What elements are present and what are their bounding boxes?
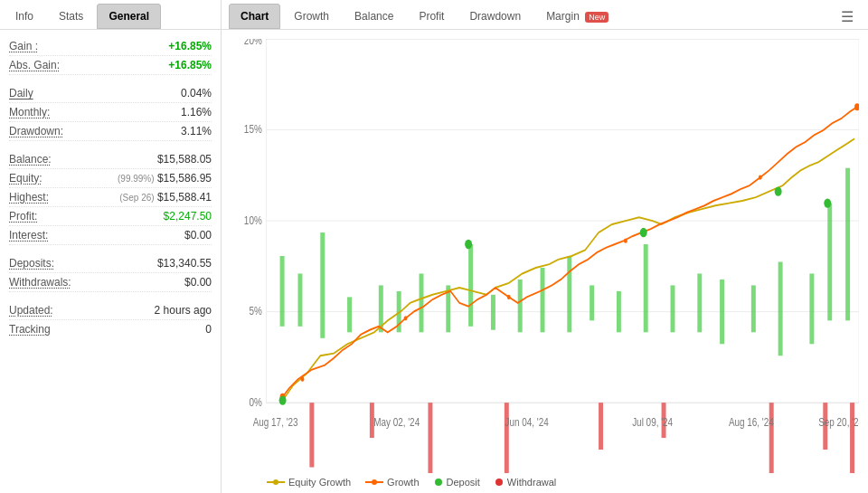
tab-drawdown[interactable]: Drawdown — [458, 4, 533, 29]
tab-general[interactable]: General — [97, 4, 161, 29]
svg-rect-12 — [297, 273, 302, 326]
tab-info[interactable]: Info — [4, 4, 45, 29]
svg-point-51 — [279, 395, 287, 404]
svg-text:May 02, '24: May 02, '24 — [373, 416, 420, 428]
svg-point-49 — [759, 175, 762, 179]
svg-rect-26 — [644, 244, 648, 332]
new-badge: New — [585, 12, 609, 23]
equity-label: Equity: — [9, 172, 42, 185]
highest-label: Highest: — [9, 191, 49, 204]
balance-value: $15,588.05 — [157, 153, 212, 166]
tracking-row: Tracking 0 — [9, 320, 212, 338]
monthly-label: Monthly: — [9, 106, 50, 119]
svg-rect-28 — [697, 273, 702, 332]
balance-row: Balance: $15,588.05 — [9, 150, 212, 169]
svg-rect-23 — [567, 256, 571, 332]
highest-value: (Sep 26) $15,588.41 — [119, 191, 212, 204]
svg-rect-11 — [280, 256, 285, 327]
svg-point-46 — [404, 316, 408, 320]
svg-text:20%: 20% — [244, 39, 262, 47]
highest-note: (Sep 26) — [119, 193, 154, 203]
legend-withdrawal: Withdrawal — [495, 477, 556, 488]
svg-text:Jun 04, '24: Jun 04, '24 — [505, 416, 550, 428]
abs-gain-value: +16.85% — [168, 59, 212, 71]
svg-rect-29 — [720, 280, 724, 344]
tab-margin[interactable]: Margin New — [534, 4, 620, 29]
deposits-value: $13,340.55 — [157, 257, 212, 270]
gain-label: Gain : — [9, 40, 38, 52]
deposits-label: Deposits: — [9, 257, 54, 270]
gain-value: +16.85% — [168, 40, 212, 52]
legend-deposit: Deposit — [434, 477, 480, 488]
interest-label: Interest: — [9, 229, 48, 242]
svg-rect-34 — [845, 168, 850, 321]
svg-rect-33 — [827, 204, 832, 321]
profit-row: Profit: $2,247.50 — [9, 207, 212, 226]
daily-row: Daily 0.04% — [9, 84, 212, 103]
updated-label: Updated: — [9, 304, 53, 317]
svg-point-47 — [507, 295, 511, 299]
tab-profit[interactable]: Profit — [407, 4, 456, 29]
growth-line-icon — [365, 478, 383, 487]
svg-rect-35 — [309, 403, 314, 467]
interest-value: $0.00 — [184, 229, 212, 242]
svg-rect-43 — [850, 403, 854, 473]
growth-label: Growth — [387, 477, 419, 488]
svg-rect-38 — [505, 403, 509, 473]
svg-rect-14 — [347, 297, 352, 332]
svg-rect-41 — [769, 403, 774, 473]
svg-text:15%: 15% — [244, 123, 262, 135]
svg-point-52 — [465, 240, 472, 249]
svg-text:Sep 20, '24: Sep 20, '24 — [818, 416, 859, 428]
svg-point-63 — [273, 479, 278, 485]
withdrawals-label: Withdrawals: — [9, 276, 71, 289]
svg-rect-31 — [778, 261, 783, 356]
withdrawals-value: $0.00 — [184, 276, 212, 289]
svg-rect-32 — [809, 273, 814, 344]
svg-text:Jul 09, '24: Jul 09, '24 — [632, 416, 673, 428]
right-tab-bar: Chart Growth Balance Profit Drawdown Mar… — [222, 0, 868, 30]
deposit-label: Deposit — [447, 477, 480, 488]
equity-note: (99.99%) — [118, 174, 155, 184]
svg-rect-22 — [541, 268, 545, 332]
left-panel: Info Stats General Gain : +16.85% Abs. G… — [0, 0, 222, 493]
svg-point-67 — [495, 479, 503, 486]
equity-growth-label: Equity Growth — [288, 477, 351, 488]
drawdown-value: 3.11% — [181, 125, 212, 137]
tab-balance[interactable]: Balance — [343, 4, 405, 29]
left-tab-bar: Info Stats General — [0, 0, 221, 30]
equity-growth-line-icon — [267, 478, 285, 487]
withdrawals-row: Withdrawals: $0.00 — [9, 273, 212, 292]
svg-point-53 — [640, 228, 647, 237]
updated-row: Updated: 2 hours ago — [9, 301, 212, 320]
tab-stats[interactable]: Stats — [47, 4, 95, 29]
chart-area: 20% 15% 10% 5% 0% — [222, 30, 868, 473]
interest-row: Interest: $0.00 — [9, 226, 212, 245]
gain-row: Gain : +16.85% — [9, 37, 212, 56]
svg-point-65 — [372, 479, 377, 485]
svg-rect-39 — [599, 403, 603, 450]
withdrawal-label: Withdrawal — [507, 477, 556, 488]
settings-icon[interactable]: ☰ — [834, 5, 861, 29]
chart-legend: Equity Growth Growth Deposit Withdrawal — [222, 473, 868, 493]
equity-value: (99.99%) $15,586.95 — [118, 172, 212, 185]
svg-rect-21 — [518, 280, 523, 332]
profit-value: $2,247.50 — [164, 210, 212, 223]
daily-value: 0.04% — [181, 87, 212, 100]
svg-point-66 — [435, 479, 442, 486]
growth-chart: 20% 15% 10% 5% 0% — [231, 39, 859, 473]
tab-growth[interactable]: Growth — [282, 4, 341, 29]
drawdown-row: Drawdown: 3.11% — [9, 122, 212, 141]
svg-rect-19 — [468, 244, 473, 327]
left-content: Gain : +16.85% Abs. Gain: +16.85% Daily … — [0, 30, 221, 493]
svg-rect-20 — [491, 295, 495, 330]
svg-rect-17 — [420, 273, 424, 332]
tab-chart[interactable]: Chart — [229, 4, 280, 29]
tracking-value: 0 — [205, 323, 212, 336]
svg-rect-13 — [320, 232, 325, 338]
legend-growth: Growth — [365, 477, 419, 488]
monthly-row: Monthly: 1.16% — [9, 103, 212, 122]
tracking-label: Tracking — [9, 323, 51, 336]
drawdown-label: Drawdown: — [9, 125, 63, 137]
svg-text:0%: 0% — [249, 396, 261, 408]
